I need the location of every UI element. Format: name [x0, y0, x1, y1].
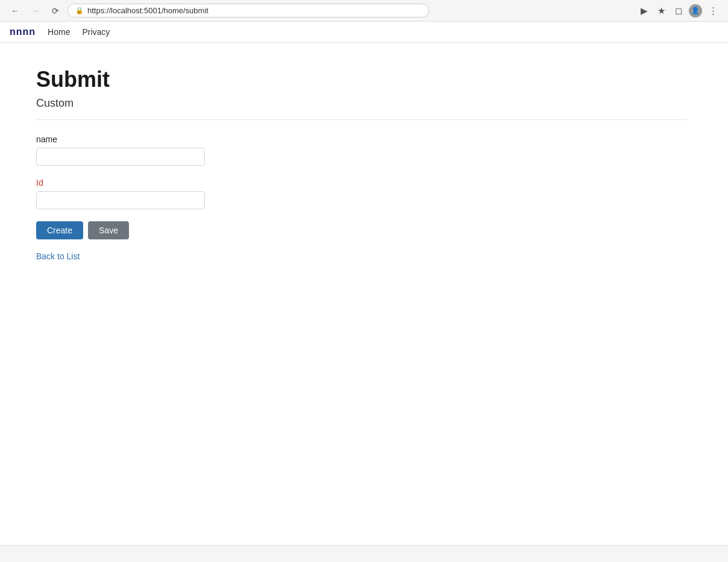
- favorites-button[interactable]: ★: [654, 4, 668, 17]
- address-bar[interactable]: 🔒 https://localhost:5001/home/submit: [67, 4, 429, 17]
- read-aloud-button[interactable]: ▶: [638, 4, 651, 17]
- browser-actions: ▶ ★ ◻ 👤 ⋮: [638, 4, 721, 17]
- button-group: Create Save: [36, 221, 687, 239]
- address-text: https://localhost:5001/home/submit: [87, 6, 209, 15]
- browser-chrome: ← → ⟳ 🔒 https://localhost:5001/home/subm…: [0, 0, 728, 22]
- name-group: name: [36, 134, 687, 166]
- create-button[interactable]: Create: [36, 221, 83, 239]
- lock-icon: 🔒: [75, 7, 84, 14]
- navbar-link-privacy[interactable]: Privacy: [82, 27, 110, 37]
- submit-form: name Id Create Save: [36, 134, 687, 239]
- navbar-link-home[interactable]: Home: [48, 27, 70, 37]
- navbar-brand[interactable]: nnnn: [10, 27, 36, 37]
- back-to-list-link[interactable]: Back to List: [36, 251, 80, 261]
- menu-button[interactable]: ⋮: [706, 4, 721, 17]
- reload-button[interactable]: ⟳: [48, 5, 63, 17]
- page-subtitle: Custom: [36, 97, 687, 110]
- id-input[interactable]: [36, 191, 205, 209]
- page-content: Submit Custom name Id Create Save Back t…: [0, 43, 723, 285]
- name-input[interactable]: [36, 148, 205, 166]
- navbar: nnnn Home Privacy: [0, 22, 728, 43]
- avatar[interactable]: 👤: [689, 4, 702, 17]
- tab-button[interactable]: ◻: [672, 4, 685, 17]
- name-label: name: [36, 134, 687, 144]
- page-title: Submit: [36, 67, 687, 92]
- id-label: Id: [36, 178, 687, 188]
- back-button[interactable]: ←: [7, 5, 23, 17]
- divider: [36, 119, 687, 120]
- save-button[interactable]: Save: [88, 221, 129, 239]
- id-group: Id: [36, 178, 687, 209]
- forward-button[interactable]: →: [28, 5, 43, 17]
